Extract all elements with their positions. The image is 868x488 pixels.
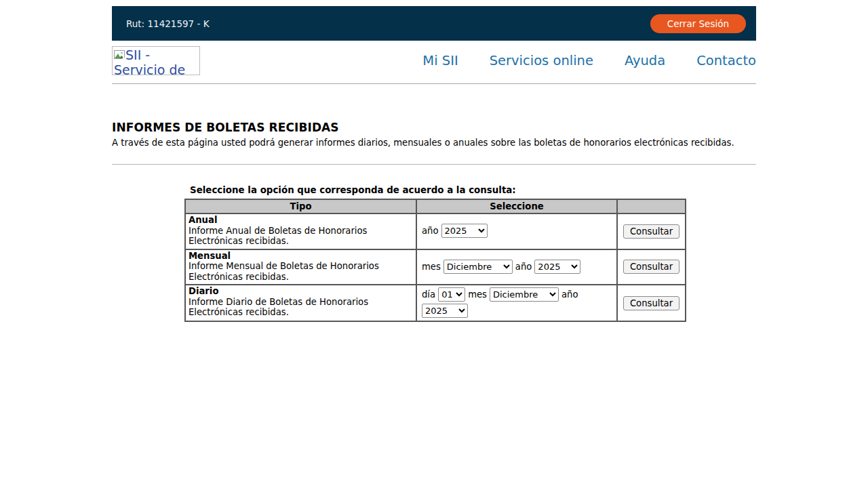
report-type-description: Informe Mensual de Boletas de Honorarios…	[189, 261, 413, 282]
report-type-label: Mensual	[189, 251, 231, 261]
consultar-button-diario[interactable]: Consultar	[623, 296, 679, 310]
nav-link-ayuda[interactable]: Ayuda	[625, 53, 665, 68]
content-divider	[112, 164, 756, 165]
report-type-label: Diario	[189, 286, 218, 296]
page-intro: A través de esta página usted podrá gene…	[112, 138, 756, 148]
report-type-cell: MensualInforme Mensual de Boletas de Hon…	[185, 249, 416, 285]
report-type-label: Anual	[189, 215, 217, 225]
page-title: INFORMES DE BOLETAS RECIBIDAS	[112, 121, 756, 134]
consultar-button-anual[interactable]: Consultar	[623, 224, 679, 239]
year-select-label: año	[515, 262, 532, 272]
header-tipo: Tipo	[185, 199, 416, 214]
nav-link-contacto[interactable]: Contacto	[696, 53, 756, 68]
main-nav: Mi SIIServicios onlineAyudaContacto	[422, 53, 756, 68]
sii-logo-broken-image[interactable]: SII - Servicio de	[112, 46, 200, 75]
header-empty	[617, 199, 686, 214]
diario-year-select[interactable]: 2025	[422, 304, 468, 318]
report-action-cell: Consultar	[617, 249, 686, 285]
report-row-anual: AnualInforme Anual de Boletas de Honorar…	[185, 214, 686, 249]
report-type-description: Informe Diario de Boletas de Honorarios …	[189, 297, 413, 318]
rut-text: Rut: 11421597 - K	[126, 18, 209, 29]
mensual-month-select[interactable]: Diciembre	[443, 260, 513, 274]
report-table-body: AnualInforme Anual de Boletas de Honorar…	[185, 214, 686, 321]
year-select-label: año	[422, 226, 439, 236]
site-header: SII - Servicio de Mi SIIServicios online…	[112, 41, 756, 75]
consultar-button-mensual[interactable]: Consultar	[623, 260, 679, 274]
page-container: Rut: 11421597 - K Cerrar Sesión SII - Se…	[112, 0, 756, 322]
report-type-cell: AnualInforme Anual de Boletas de Honorar…	[185, 214, 416, 249]
logout-button[interactable]: Cerrar Sesión	[650, 14, 746, 33]
report-select-cell: año2025	[416, 214, 617, 249]
report-type-cell: DiarioInforme Diario de Boletas de Honor…	[185, 285, 416, 321]
nav-link-serviciosonline[interactable]: Servicios online	[490, 53, 593, 68]
report-select-cell: día01mesDiciembreaño2025	[416, 285, 617, 321]
month-select-label: mes	[422, 262, 441, 272]
header-divider	[112, 83, 756, 84]
diario-month-select[interactable]: Diciembre	[490, 287, 559, 302]
header-seleccione: Seleccione	[416, 199, 617, 214]
diario-day-select[interactable]: 01	[438, 287, 465, 302]
table-header-row: Tipo Seleccione	[185, 199, 686, 214]
day-select-label: día	[422, 289, 435, 300]
top-bar: Rut: 11421597 - K Cerrar Sesión	[112, 6, 756, 41]
month-select-label: mes	[468, 289, 487, 300]
report-row-diario: DiarioInforme Diario de Boletas de Honor…	[185, 285, 686, 321]
table-caption: Seleccione la opción que corresponda de …	[190, 185, 756, 195]
report-row-mensual: MensualInforme Mensual de Boletas de Hon…	[185, 249, 686, 285]
anual-year-select[interactable]: 2025	[441, 224, 488, 238]
report-select-cell: mesDiciembreaño2025	[416, 249, 617, 285]
broken-image-icon	[114, 50, 125, 61]
nav-link-misii[interactable]: Mi SII	[422, 53, 458, 68]
mensual-year-select[interactable]: 2025	[534, 260, 580, 274]
report-type-description: Informe Anual de Boletas de Honorarios E…	[189, 226, 413, 247]
year-select-label: año	[561, 289, 578, 300]
report-action-cell: Consultar	[617, 214, 686, 249]
report-action-cell: Consultar	[617, 285, 686, 321]
report-options-table: Tipo Seleccione AnualInforme Anual de Bo…	[184, 199, 686, 322]
